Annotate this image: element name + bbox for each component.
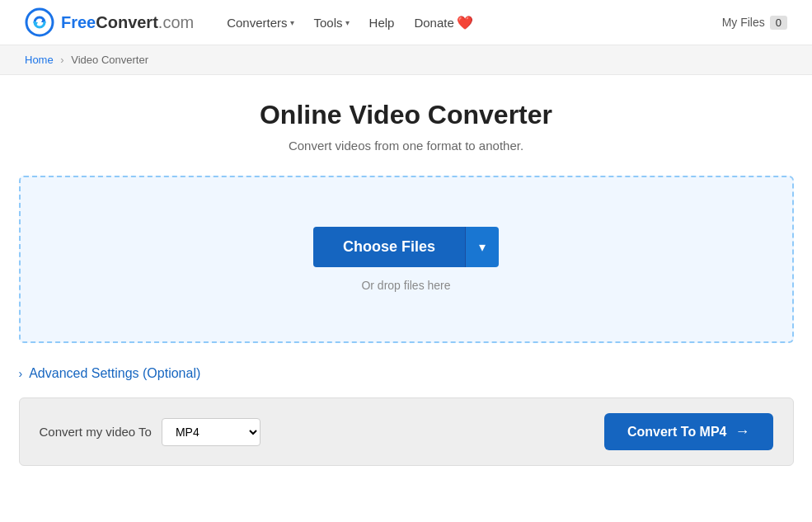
choose-files-dropdown-button[interactable]: ▾ — [465, 227, 499, 267]
convert-label: Convert my video To — [40, 425, 152, 439]
convert-button[interactable]: Convert To MP4 → — [604, 413, 773, 450]
convert-left: Convert my video To MP4 AVI MOV MKV WMV … — [40, 418, 260, 446]
convert-bar: Convert my video To MP4 AVI MOV MKV WMV … — [19, 397, 794, 466]
page-subtitle: Convert videos from one format to anothe… — [19, 139, 794, 153]
page-title: Online Video Converter — [19, 100, 794, 130]
tools-chevron-icon: ▾ — [345, 18, 350, 27]
nav-tools[interactable]: Tools ▾ — [314, 16, 350, 30]
nav-help[interactable]: Help — [369, 16, 395, 30]
logo-link[interactable]: FreeConvert.com — [25, 7, 194, 37]
main-content: Online Video Converter Convert videos fr… — [2, 75, 810, 491]
dropzone[interactable]: Choose Files ▾ Or drop files here — [19, 176, 794, 343]
advanced-settings-chevron-icon: › — [19, 367, 23, 380]
chevron-down-icon: ▾ — [479, 240, 486, 254]
donate-heart-icon: ❤️ — [457, 15, 473, 31]
drop-hint: Or drop files here — [361, 279, 450, 292]
my-files-link[interactable]: My Files 0 — [722, 16, 787, 30]
advanced-settings-label: Advanced Settings (Optional) — [29, 366, 200, 381]
convert-arrow-icon: → — [735, 423, 750, 440]
my-files-label: My Files — [722, 16, 765, 29]
svg-point-0 — [26, 9, 53, 35]
logo-icon — [25, 7, 54, 37]
choose-files-group: Choose Files ▾ — [313, 227, 499, 267]
site-header: FreeConvert.com Converters ▾ Tools ▾ Hel… — [0, 0, 812, 45]
breadcrumb: Home › Video Converter — [0, 45, 812, 75]
breadcrumb-home[interactable]: Home — [25, 54, 54, 66]
breadcrumb-current: Video Converter — [71, 54, 148, 66]
nav-donate[interactable]: Donate ❤️ — [414, 15, 472, 31]
format-select[interactable]: MP4 AVI MOV MKV WMV FLV WEBM — [162, 418, 260, 446]
converters-chevron-icon: ▾ — [290, 18, 294, 27]
logo-text: FreeConvert.com — [61, 13, 194, 32]
my-files-badge: 0 — [770, 16, 787, 30]
nav-converters[interactable]: Converters ▾ — [227, 16, 293, 30]
main-nav: Converters ▾ Tools ▾ Help Donate ❤️ — [227, 15, 721, 31]
advanced-settings-toggle[interactable]: › Advanced Settings (Optional) — [19, 366, 794, 381]
choose-files-button[interactable]: Choose Files — [313, 227, 465, 267]
convert-button-label: Convert To MP4 — [627, 425, 727, 440]
breadcrumb-separator: › — [60, 54, 63, 66]
